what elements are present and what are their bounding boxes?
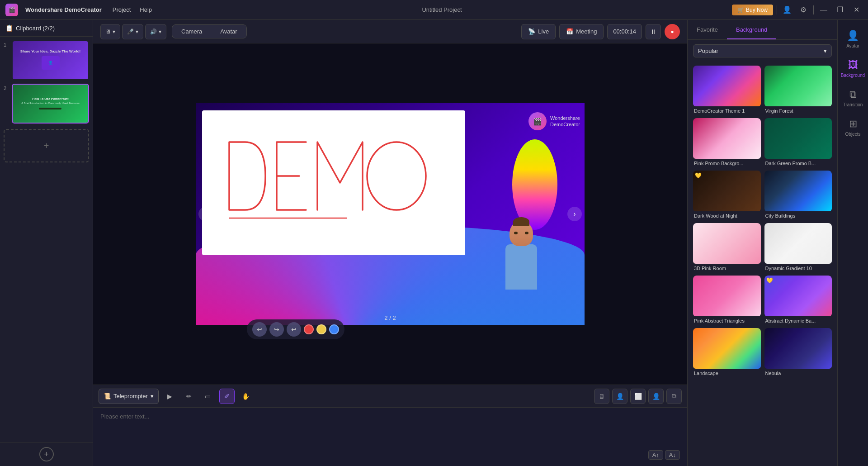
bg-item-pink-promo[interactable]: Pink Promo Backgro... [693,118,761,167]
undo-button[interactable]: ↩ [252,322,267,337]
timer-display: 00:00:14 [607,24,642,39]
bg-item-3d-pink[interactable]: 3D Pink Room [693,223,761,272]
timer-value: 00:00:14 [613,28,636,35]
preview-whiteboard[interactable] [202,110,465,255]
tp-pencil-button[interactable]: ✏ [181,389,197,404]
slide-thumb-1[interactable]: Share Your Idea, Dazzle The World! 👤 [12,40,89,80]
right-sidebar: 👤 Avatar 🖼 Background ⧉ Transition ⊞ Obj… [837,20,868,466]
tp-rect-button[interactable]: ▭ [200,389,216,404]
sidebar-item-avatar[interactable]: 👤 Avatar [840,25,866,53]
bg-item-virgin[interactable]: Virgin Forest [764,66,832,114]
separator [777,5,777,14]
teleprompter-label: Teleprompter [113,393,148,399]
bg-label-virgin: Virgin Forest [764,106,832,114]
add-slide-button[interactable]: + [39,447,54,461]
bg-filter-select[interactable]: Popular ▾ [693,44,832,57]
bg-item-democreator[interactable]: DemoCreator Theme 1 [693,66,761,114]
favorite-badge-wood: 💛 [695,172,702,179]
title-bar: 🎬 Wondershare DemoCreator Project Help U… [0,0,868,20]
transition-icon: ⧉ [849,89,857,100]
bg-item-dark-green[interactable]: Dark Green Promo B... [764,118,832,167]
record-button[interactable]: ● [665,24,680,39]
bg-thumb-abstract-dynamic: 💛 [764,276,832,316]
bg-item-nebula[interactable]: Nebula [764,328,832,377]
svg-point-0 [367,142,426,210]
bg-label-dynamic10: Dynamic Gradient 10 [764,264,832,272]
tab-favorite[interactable]: Favorite [688,20,727,39]
avatar-body [505,244,537,290]
teleprompter-select[interactable]: 📜 Teleprompter ▾ [99,389,159,404]
monitor-source-button[interactable]: 🖥 ▾ [100,24,120,39]
bg-tabs: Favorite Background [688,20,837,40]
prev-slide-button[interactable]: ‹ [198,207,213,221]
font-decrease-button[interactable]: A↓ [665,450,680,460]
settings-icon-button[interactable]: ⚙ [797,4,810,16]
bg-label-city: City Buildings [764,211,832,219]
sidebar-item-transition[interactable]: ⧉ Transition [840,84,866,112]
bg-thumb-nebula [764,328,832,369]
buy-now-button[interactable]: 🛒 Buy Now [732,5,773,15]
bg-label-dark-green: Dark Green Promo B... [764,159,832,167]
minimize-button[interactable]: — [817,4,830,16]
tab-background[interactable]: Background [727,20,776,39]
bg-item-dynamic10[interactable]: Dynamic Gradient 10 [764,223,832,272]
avatar-icon: 👤 [847,30,859,42]
right-tp-tools: 🖥 👤 ⬜ 👤 ⧉ [594,389,682,404]
bg-label-abstract-dynamic: Abstract Dynamic Ba... [764,316,832,324]
clipboard-items: 1 Share Your Idea, Dazzle The World! 👤 2 [0,37,93,442]
bg-item-pink-abstract[interactable]: Pink Abstract Triangles [693,276,761,324]
next-slide-button[interactable]: › [567,207,582,221]
audio-button[interactable]: 🔊 ▾ [145,24,166,39]
user-icon-button[interactable]: 👤 [781,4,793,16]
bg-label-pink-promo: Pink Promo Backgro... [693,159,761,167]
sidebar-item-background[interactable]: 🖼 Background [840,55,866,82]
bg-item-landscape[interactable]: Landscape [693,328,761,377]
slide-number-1: 1 [4,42,10,48]
ws-logo-circle: 🎬 [528,112,547,130]
tp-layers-button[interactable]: ⧉ [666,389,682,404]
tp-hand-button[interactable]: ✋ [238,389,254,404]
maximize-button[interactable]: ❐ [834,4,846,16]
color-yellow[interactable] [316,324,326,334]
sidebar-item-objects[interactable]: ⊞ Objects [840,114,866,141]
tp-play-button[interactable]: ▶ [162,389,178,404]
redo-button[interactable]: ↪ [269,322,284,337]
bg-item-dark-wood[interactable]: 💛 Dark Wood at Night [693,171,761,219]
meeting-button[interactable]: 📅 Meeting [559,24,604,39]
ws-logo-line1: Wondershare [550,115,580,121]
font-increase-button[interactable]: A↑ [648,450,663,460]
live-button[interactable]: 📡 Live [521,24,556,39]
avatar-button[interactable]: Avatar [211,25,246,38]
mic-button[interactable]: 🎤 ▾ [122,24,143,39]
tp-profile-button[interactable]: 👤 [648,389,664,404]
slide-thumb-2[interactable]: How To Use PowerPoint A Brief Introducti… [12,84,89,124]
tp-monitor-button[interactable]: 🖥 [594,389,609,404]
bg-panel: Favorite Background Popular ▾ DemoCreato… [688,20,837,466]
tp-window-button[interactable]: ⬜ [630,389,646,404]
undo2-button[interactable]: ↩ [287,322,301,337]
bg-grid: DemoCreator Theme 1 Virgin Forest Pink P… [688,62,837,466]
bg-thumb-city [764,171,832,211]
tp-person-button[interactable]: 👤 [612,389,627,404]
preview-logo: 🎬 Wondershare DemoCreator [528,112,580,130]
close-button[interactable]: ✕ [850,4,863,16]
menu-project[interactable]: Project [113,6,131,13]
menu-help[interactable]: Help [140,6,152,13]
background-label: Background [841,73,865,78]
title-actions: 🛒 Buy Now 👤 ⚙ — ❐ ✕ [732,4,863,16]
tp-draw-button[interactable]: ✐ [219,389,235,404]
teleprompter-input[interactable]: Please enter text... [93,408,687,425]
favorite-badge-abstract: 💛 [766,277,773,284]
teleprompter-toolbar: 📜 Teleprompter ▾ ▶ ✏ ▭ ✐ ✋ 🖥 👤 ⬜ 👤 ⧉ [93,385,687,408]
app-logo: 🎬 [5,4,18,16]
camera-button[interactable]: Camera [172,25,211,38]
bg-item-city[interactable]: City Buildings [764,171,832,219]
add-slide-placeholder[interactable]: + [4,129,89,162]
color-red[interactable] [304,324,314,334]
pause-button[interactable]: ⏸ [646,24,661,39]
bg-thumb-dynamic10 [764,223,832,264]
bg-thumb-dark-wood: 💛 [693,171,761,211]
bg-item-abstract-dynamic[interactable]: 💛 Abstract Dynamic Ba... [764,276,832,324]
avatar-label: Avatar [846,43,859,48]
color-blue[interactable] [329,324,339,334]
